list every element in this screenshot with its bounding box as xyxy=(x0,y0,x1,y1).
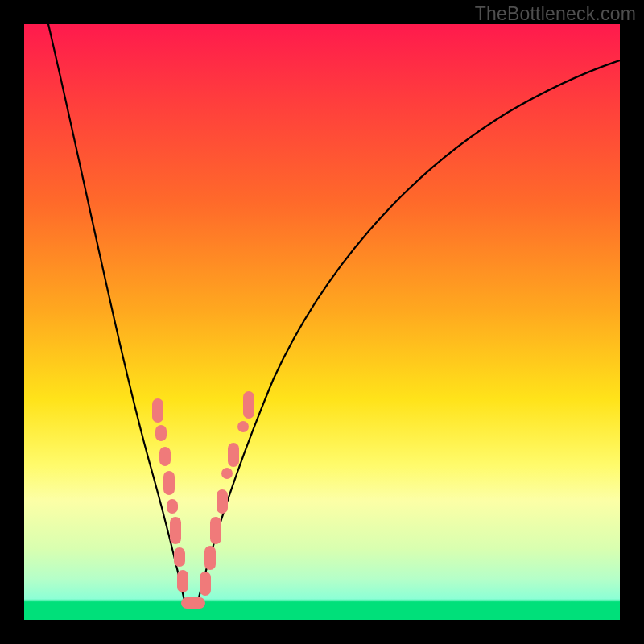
blob xyxy=(237,421,249,432)
blob xyxy=(167,499,178,514)
blob xyxy=(228,443,239,467)
notch-blobs xyxy=(181,597,205,609)
watermark-text: TheBottleneck.com xyxy=(475,3,636,25)
blob xyxy=(221,468,233,479)
blob xyxy=(155,425,167,441)
blob xyxy=(204,546,216,570)
blob xyxy=(217,489,228,514)
blob xyxy=(177,570,188,592)
curve-path xyxy=(48,24,620,604)
blob xyxy=(174,547,185,567)
blob xyxy=(152,398,163,423)
blob xyxy=(181,597,205,609)
blob xyxy=(170,517,181,544)
blob xyxy=(200,572,211,596)
blob xyxy=(163,471,175,495)
chart-frame: TheBottleneck.com xyxy=(0,0,644,644)
bottleneck-curve xyxy=(24,24,620,620)
chart-plot-area xyxy=(24,24,620,620)
blob xyxy=(210,517,221,544)
blob xyxy=(159,447,171,466)
left-arm-blobs xyxy=(152,398,188,592)
blob xyxy=(243,391,254,419)
right-arm-blobs xyxy=(200,391,254,596)
